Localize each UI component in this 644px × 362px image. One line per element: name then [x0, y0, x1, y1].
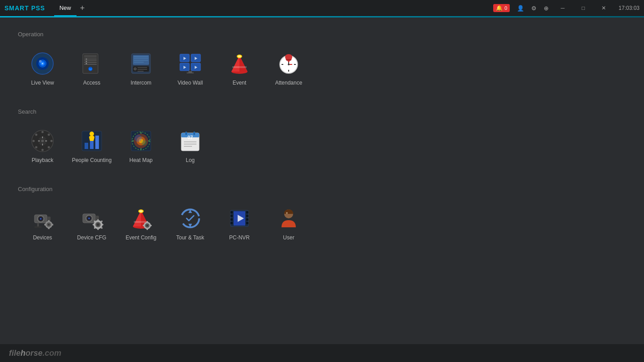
svg-rect-143 [230, 218, 233, 221]
attendance-label: Attendance [275, 80, 303, 86]
app-title-smart: SMART [4, 4, 29, 12]
close-button[interactable]: ✕ [593, 0, 614, 16]
configuration-section: Configuration [18, 186, 626, 245]
user-button[interactable]: 👤 [513, 0, 528, 16]
pc-nvr-icon [227, 206, 252, 231]
access-item[interactable]: Access [67, 47, 116, 90]
svg-rect-73 [95, 136, 99, 149]
svg-rect-117 [98, 228, 99, 230]
svg-rect-142 [230, 215, 233, 217]
svg-rect-116 [98, 219, 99, 221]
settings-button[interactable]: ⚙ [528, 0, 540, 16]
svg-rect-144 [230, 222, 233, 224]
tour-task-item[interactable]: Tour & Task [166, 201, 215, 245]
alarm-badge[interactable]: 🔔 0 [493, 4, 510, 12]
new-tab-button[interactable]: + [77, 4, 89, 13]
video-wall-icon [178, 51, 203, 76]
people-counting-item[interactable]: People Counting [67, 124, 116, 168]
svg-rect-135 [143, 225, 144, 226]
svg-rect-106 [44, 224, 46, 226]
log-label: Log [186, 157, 195, 163]
svg-rect-92 [185, 132, 187, 135]
svg-point-16 [86, 63, 87, 64]
devices-item[interactable]: Devices [18, 201, 67, 245]
heat-map-item[interactable]: Heat Map [116, 124, 166, 168]
people-counting-icon [79, 128, 104, 153]
intercom-item[interactable]: Intercom [116, 47, 166, 90]
user-item[interactable]: User [264, 201, 313, 245]
svg-rect-100 [34, 226, 42, 228]
svg-rect-71 [85, 143, 88, 149]
minimize-button[interactable]: ─ [552, 0, 573, 16]
search-section: Search [18, 108, 626, 168]
svg-rect-134 [147, 229, 148, 230]
svg-point-57 [41, 140, 44, 142]
svg-point-103 [48, 224, 50, 226]
svg-point-42 [238, 55, 241, 58]
attendance-icon [276, 51, 301, 76]
extra-button[interactable]: ⊕ [540, 0, 552, 16]
event-icon [227, 51, 252, 76]
event-config-item[interactable]: Event Config [116, 201, 166, 245]
playback-icon [30, 128, 55, 153]
svg-rect-7 [84, 55, 97, 58]
tab-new[interactable]: New [54, 0, 77, 16]
svg-rect-141 [230, 211, 233, 213]
svg-point-152 [286, 212, 288, 214]
watermark: filehorse.com [9, 349, 61, 358]
attendance-item[interactable]: Attendance [264, 47, 313, 90]
live-view-item[interactable]: Live View [18, 47, 67, 90]
svg-point-74 [90, 132, 94, 136]
svg-point-62 [42, 131, 44, 133]
svg-rect-10 [84, 62, 97, 63]
maximize-button[interactable]: □ [573, 0, 593, 16]
log-item[interactable]: 07 Log [166, 124, 215, 168]
event-item[interactable]: Event [215, 47, 264, 90]
svg-point-63 [42, 149, 44, 151]
svg-point-14 [86, 59, 87, 60]
app-title-pss: PSS [31, 4, 45, 12]
svg-rect-145 [246, 211, 248, 213]
svg-point-64 [33, 140, 35, 142]
device-cfg-item[interactable]: Device CFG [67, 201, 116, 245]
playback-item[interactable]: Playback [18, 124, 67, 168]
svg-rect-118 [93, 224, 94, 226]
event-config-label: Event Config [126, 234, 157, 241]
svg-rect-26 [137, 69, 147, 70]
live-view-icon [30, 51, 55, 76]
pc-nvr-label: PC-NVR [229, 234, 250, 241]
svg-point-68 [48, 134, 50, 136]
svg-point-97 [40, 218, 42, 220]
svg-point-15 [86, 61, 87, 62]
operation-section: Operation Live View [18, 31, 626, 90]
alarm-count: 0 [504, 5, 507, 11]
app-title: SMART PSS [4, 4, 45, 12]
svg-rect-148 [246, 222, 248, 224]
configuration-grid: Devices [18, 201, 626, 245]
svg-rect-36 [188, 71, 192, 72]
pc-nvr-item[interactable]: PC-NVR [215, 201, 264, 245]
access-icon [79, 51, 104, 76]
search-title: Search [18, 108, 626, 115]
svg-rect-104 [48, 220, 50, 221]
tour-task-icon [178, 206, 203, 231]
svg-rect-25 [137, 67, 147, 68]
intercom-label: Intercom [131, 80, 152, 86]
search-grid: Playback Peop [18, 124, 626, 168]
bell-icon: 🔔 [496, 5, 503, 11]
event-config-icon [128, 206, 154, 231]
svg-point-65 [51, 140, 53, 142]
svg-rect-43 [232, 66, 247, 68]
devices-label: Devices [33, 234, 52, 241]
svg-rect-133 [147, 221, 148, 222]
video-wall-item[interactable]: Video Wall [166, 47, 215, 90]
devices-icon [30, 206, 55, 231]
svg-rect-105 [48, 228, 50, 229]
user-icon [276, 206, 301, 231]
svg-point-24 [134, 68, 136, 70]
svg-rect-13 [90, 68, 91, 68]
user-label: User [283, 234, 294, 241]
svg-text:07: 07 [188, 135, 193, 140]
event-label: Event [233, 80, 247, 86]
operation-title: Operation [18, 31, 626, 38]
